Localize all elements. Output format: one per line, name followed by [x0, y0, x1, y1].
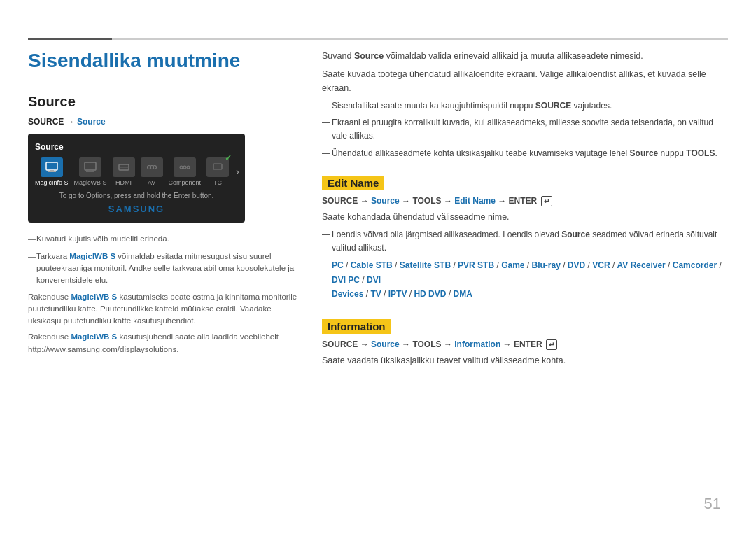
edit-name-note: Loendis võivad olla järgmised allikasead… [322, 228, 728, 255]
source-icon-av: AV [141, 157, 163, 186]
source-preview-box: Source MagicInfo S [28, 134, 245, 223]
svg-rect-2 [48, 171, 56, 172]
svg-point-11 [180, 166, 183, 169]
note-source-tools: Ühendatud allikaseadmete kohta üksikasja… [322, 147, 728, 160]
left-column: Sisendallika muutmine Source SOURCE → So… [28, 49, 301, 360]
svg-rect-5 [86, 171, 94, 172]
source-icon-magicinfo: MagicInfo S [35, 157, 69, 186]
svg-point-13 [187, 166, 190, 169]
edit-name-desc: Saate kohandada ühendatud välisseadme ni… [322, 210, 728, 224]
samsung-logo: SAMSUNG [35, 204, 238, 214]
svg-rect-14 [214, 164, 222, 169]
svg-rect-0 [46, 162, 57, 170]
top-accent-line [28, 38, 112, 40]
device-links: PC / Cable STB / Satellite STB / PVR STB… [322, 258, 728, 301]
edit-name-heading: Edit Name [322, 176, 384, 190]
source-icon-magicwb: MagicWB S [74, 157, 107, 186]
note-magicwb-3: Rakenduse MagicIWB S kasutusjuhendi saat… [28, 331, 301, 356]
source-box-title: Source [35, 142, 238, 152]
section-title-source: Source [28, 94, 301, 110]
right-desc-1: Suvand Source võimaldab valida erinevaid… [322, 49, 728, 63]
source-path-text: SOURCE [28, 117, 64, 127]
information-section: Information SOURCE → Source → TOOLS → In… [322, 314, 728, 367]
svg-point-12 [183, 166, 186, 169]
source-icons-row: MagicInfo S MagicWB S [35, 157, 238, 186]
note-source-remote: Sisendallikat saate muuta ka kaugjuhtimi… [322, 99, 728, 113]
note-magicwb-1: — Tarkvara MagicIWB S võimaldab esitada … [28, 251, 301, 287]
note-kujutis: Kuvatud kujutis võib mudeliti erineda. [28, 233, 301, 245]
svg-rect-4 [88, 170, 92, 171]
information-heading: Information [322, 319, 391, 334]
source-icon-hdmi: HDMI [113, 157, 135, 186]
source-instruction: To go to Options, press and hold the Ent… [35, 192, 238, 199]
enter-icon-editname: ↵ [541, 196, 552, 206]
enter-icon-info: ↵ [546, 339, 557, 350]
right-desc-2: Saate kuvada tootega ühendatud allikaloe… [322, 67, 728, 95]
top-separator-line [28, 38, 728, 40]
svg-rect-1 [50, 170, 54, 171]
note-source-wrong: Ekraani ei pruugita korralikult kuvada, … [322, 116, 728, 143]
edit-name-section: Edit Name SOURCE → Source → TOOLS → Edit… [322, 170, 728, 302]
source-scroll-arrow: › [236, 166, 239, 177]
note-magicwb-2: Rakenduse MagicIWB S kasutamiseks peate … [28, 291, 301, 328]
svg-rect-3 [85, 162, 96, 170]
page-title: Sisendallika muutmine [28, 49, 301, 73]
page-number: 51 [704, 495, 721, 513]
right-column: Suvand Source võimaldab valida erinevaid… [322, 49, 728, 372]
edit-name-cmd: SOURCE → Source → TOOLS → Edit Name → EN… [322, 196, 728, 206]
information-cmd: SOURCE → Source → TOOLS → Information → … [322, 339, 728, 350]
source-path: SOURCE → Source [28, 117, 301, 127]
information-desc: Saate vaadata üksikasjalikku teavet vali… [322, 353, 728, 367]
source-icon-tc: ✓ TC [206, 157, 229, 186]
source-path-link: Source [77, 117, 106, 127]
source-icon-component: Component [169, 157, 202, 186]
